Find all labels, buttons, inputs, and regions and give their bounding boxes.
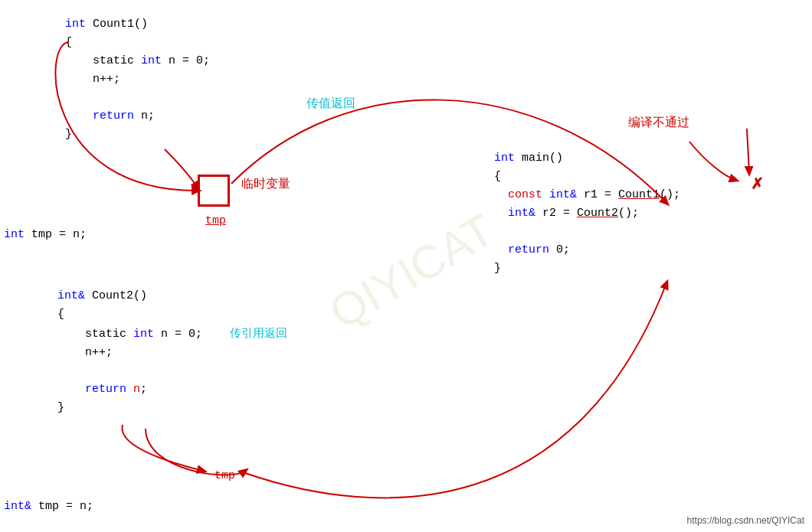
fn-main: main() (515, 152, 563, 165)
url-label: https://blog.csdn.net/QIYICat (687, 515, 804, 526)
count1-function: int Count1() { static int n = 0; n++; re… (65, 15, 210, 144)
label-bianyibulitong: 编译不通过 (628, 115, 689, 131)
brace-open2: { (57, 305, 287, 324)
return-n-count2: return n; (57, 380, 287, 399)
arrow-return-count2-to-tmp (122, 425, 203, 471)
tmp-box (198, 175, 230, 207)
kw-int: int (65, 18, 86, 31)
static-n-count2: static int n = 0; 传引用返回 (57, 324, 287, 344)
brace-open-main: { (494, 168, 680, 186)
int-tmp-declaration: int tmp = n; (4, 226, 87, 244)
brace-close1: } (65, 126, 210, 144)
int-ref-tmp-declaration: int& tmp = n; (4, 498, 93, 516)
watermark: QIYICAT (321, 204, 504, 340)
npp-count1: n++; (65, 70, 210, 89)
return-0: return 0; (494, 241, 680, 259)
npp-count2: n++; (57, 344, 287, 362)
arrow-return-to-box (165, 149, 198, 188)
r2-line: int& r2 = Count2(); (494, 204, 680, 223)
kw-int-ref: int& (57, 289, 85, 302)
return-n-count1: return n; (65, 107, 210, 126)
brace-close2: } (57, 399, 287, 417)
const-r1-line: const int& r1 = Count1(); (494, 186, 680, 204)
static-n-count1: static int n = 0; (65, 52, 210, 70)
red-x-mark: ✗ (751, 175, 764, 193)
count2-function: int& Count2() { static int n = 0; 传引用返回 … (57, 287, 287, 417)
brace-close-main: } (494, 259, 680, 278)
main-function: int main() { const int& r1 = Count1(); i… (494, 149, 680, 278)
label-chuanzhi: 传值返回 (306, 96, 355, 112)
label-tmp2: tmp (214, 469, 235, 482)
arrow-count2-return-to-tmp (146, 429, 245, 475)
kw-int-main: int (494, 152, 515, 165)
arrow-x-mark (747, 129, 749, 172)
arrow-tmp2-to-main-count2 (245, 283, 666, 498)
fn-count2: Count2() (85, 289, 147, 302)
label-linshibianliang: 临时变量 (241, 176, 290, 192)
brace-open1: { (65, 34, 210, 52)
arrow-bianyibulitong (689, 142, 735, 180)
label-chuanyinyong-inline: 传引用返回 (230, 326, 287, 339)
fn-count1: Count1() (86, 18, 148, 31)
label-tmp1: tmp (205, 214, 226, 227)
